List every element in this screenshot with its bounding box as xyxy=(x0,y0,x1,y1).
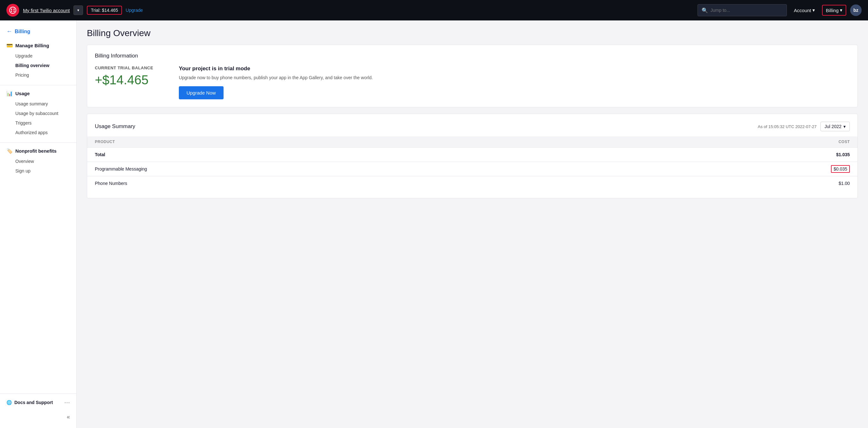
usage-summary-header: Usage Summary As of 15:05:32 UTC 2022-07… xyxy=(95,122,850,131)
svg-point-1 xyxy=(11,9,12,10)
cost-phone-numbers: $1.00 xyxy=(599,176,858,191)
cost-highlighted-badge: $0.035 xyxy=(831,165,850,173)
trial-info-title: Your project is in trial mode xyxy=(179,65,850,72)
usage-table-header-row: PRODUCT COST xyxy=(87,136,858,148)
column-header-cost: COST xyxy=(599,136,858,148)
billing-chevron-icon: ▾ xyxy=(840,7,842,13)
back-arrow-icon: ← xyxy=(6,28,12,35)
usage-table: PRODUCT COST Total $1.035 Programmable M… xyxy=(87,136,858,190)
upgrade-link[interactable]: Upgrade xyxy=(126,8,143,13)
sidebar-divider-1 xyxy=(0,85,76,85)
svg-point-4 xyxy=(13,10,15,12)
sidebar-item-usage-summary[interactable]: Usage summary xyxy=(0,99,76,109)
month-chevron-icon: ▾ xyxy=(843,124,846,129)
balance-label: CURRENT TRIAL BALANCE xyxy=(95,65,153,70)
svg-point-0 xyxy=(9,7,16,13)
sidebar-nonprofit-header: 🏷️ Nonprofit benefits xyxy=(0,145,76,156)
table-row-total: Total $1.035 xyxy=(87,148,858,162)
top-navigation: My first Twilio account ▾ Trial: $14.465… xyxy=(0,0,868,21)
sidebar-section-manage-billing: 💳 Manage Billing Upgrade Billing overvie… xyxy=(0,40,76,80)
billing-info-card-title: Billing Information xyxy=(95,53,850,59)
sidebar-collapse-button[interactable]: « xyxy=(0,411,76,423)
main-content: Billing Overview Billing Information CUR… xyxy=(76,21,868,428)
sidebar-item-triggers[interactable]: Triggers xyxy=(0,118,76,128)
column-header-product: PRODUCT xyxy=(87,136,599,148)
sidebar-usage-header: 📊 Usage xyxy=(0,88,76,99)
usage-table-head: PRODUCT COST xyxy=(87,136,858,148)
account-name[interactable]: My first Twilio account xyxy=(23,8,70,13)
month-selector[interactable]: Jul 2022 ▾ xyxy=(820,122,850,131)
usage-summary-card: Usage Summary As of 15:05:32 UTC 2022-07… xyxy=(87,114,858,198)
trial-info-section: Your project is in trial mode Upgrade no… xyxy=(179,65,850,99)
sidebar-item-authorized-apps[interactable]: Authorized apps xyxy=(0,128,76,137)
search-icon: 🔍 xyxy=(702,7,708,13)
trial-badge: Trial: $14.465 xyxy=(87,6,122,15)
sidebar-item-billing-overview[interactable]: Billing overview xyxy=(0,61,76,70)
page-title: Billing Overview xyxy=(87,28,858,38)
product-messaging: Programmable Messaging xyxy=(87,162,599,176)
usage-section-icon: 📊 xyxy=(6,90,13,96)
trial-info-desc: Upgrade now to buy phone numbers, publis… xyxy=(179,74,850,81)
sidebar-item-nonprofit-signup[interactable]: Sign up xyxy=(0,166,76,176)
usage-table-body: Total $1.035 Programmable Messaging $0.0… xyxy=(87,148,858,191)
billing-information-card: Billing Information CURRENT TRIAL BALANC… xyxy=(87,45,858,107)
sidebar-item-nonprofit-overview[interactable]: Overview xyxy=(0,156,76,166)
sidebar-item-pricing[interactable]: Pricing xyxy=(0,70,76,80)
avatar[interactable]: bz xyxy=(850,4,862,16)
account-menu-button[interactable]: Account ▾ xyxy=(791,5,818,15)
docs-more-button[interactable]: ⋯ xyxy=(64,399,70,406)
sidebar-divider-2 xyxy=(0,143,76,143)
account-dropdown-button[interactable]: ▾ xyxy=(73,5,83,15)
svg-point-2 xyxy=(13,9,15,10)
twilio-logo xyxy=(6,4,19,17)
cost-messaging: $0.035 xyxy=(599,162,858,176)
billing-menu-button[interactable]: Billing ▾ xyxy=(822,5,846,16)
docs-icon: 🌐 xyxy=(6,400,12,405)
balance-amount: +$14.465 xyxy=(95,73,153,87)
usage-timestamp: As of 15:05:32 UTC 2022-07-27 xyxy=(758,124,816,129)
billing-info-grid: CURRENT TRIAL BALANCE +$14.465 Your proj… xyxy=(95,65,850,99)
sidebar-back-billing[interactable]: ← Billing xyxy=(0,26,76,40)
product-total: Total xyxy=(87,148,599,162)
sidebar-section-nonprofit: 🏷️ Nonprofit benefits Overview Sign up xyxy=(0,145,76,176)
cost-total: $1.035 xyxy=(599,148,858,162)
search-box: 🔍 xyxy=(698,4,787,16)
balance-section: CURRENT TRIAL BALANCE +$14.465 xyxy=(95,65,153,87)
billing-section-icon: 💳 xyxy=(6,42,13,49)
usage-summary-title: Usage Summary xyxy=(95,123,135,130)
nonprofit-section-icon: 🏷️ xyxy=(6,148,13,154)
usage-meta: As of 15:05:32 UTC 2022-07-27 Jul 2022 ▾ xyxy=(758,122,850,131)
sidebar-manage-billing-header: 💳 Manage Billing xyxy=(0,40,76,51)
search-input[interactable] xyxy=(711,8,783,13)
svg-point-3 xyxy=(11,10,12,12)
product-phone-numbers: Phone Numbers xyxy=(87,176,599,191)
sidebar-item-usage-subaccount[interactable]: Usage by subaccount xyxy=(0,109,76,118)
sidebar-section-usage: 📊 Usage Usage summary Usage by subaccoun… xyxy=(0,88,76,137)
upgrade-now-button[interactable]: Upgrade Now xyxy=(179,86,223,99)
sidebar: ← Billing 💳 Manage Billing Upgrade Billi… xyxy=(0,21,76,428)
sidebar-item-upgrade[interactable]: Upgrade xyxy=(0,51,76,61)
sidebar-bottom: 🌐 Docs and Support ⋯ xyxy=(0,394,76,411)
table-row-messaging: Programmable Messaging $0.035 xyxy=(87,162,858,176)
account-chevron-icon: ▾ xyxy=(812,7,815,13)
sidebar-docs-support[interactable]: 🌐 Docs and Support xyxy=(6,400,53,405)
table-row-phone-numbers: Phone Numbers $1.00 xyxy=(87,176,858,191)
